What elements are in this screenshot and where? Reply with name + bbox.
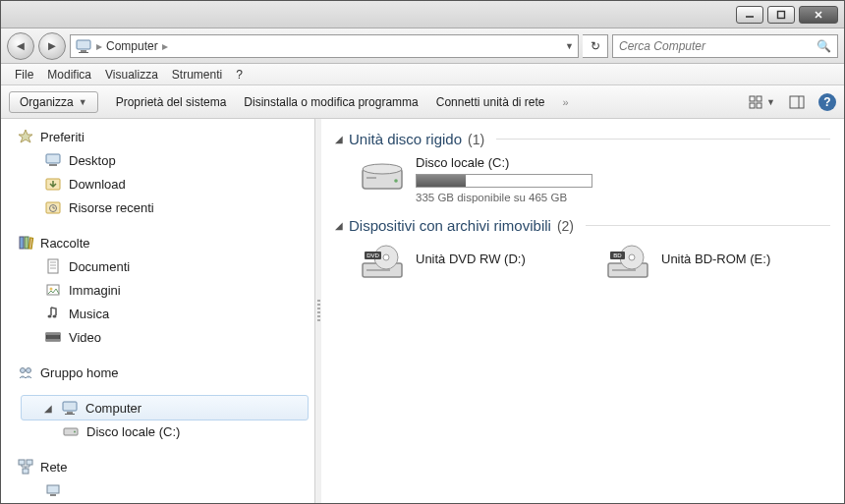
recent-icon <box>44 198 62 216</box>
svg-rect-9 <box>750 103 755 108</box>
titlebar <box>1 1 844 28</box>
homegroup-label: Gruppo home <box>40 365 119 380</box>
menu-bar: File Modifica Visualizza Strumenti ? <box>1 64 844 85</box>
svg-rect-32 <box>46 339 60 341</box>
svg-rect-14 <box>46 154 60 163</box>
sidebar-item-label: Immagini <box>69 283 121 298</box>
svg-rect-35 <box>63 402 77 411</box>
back-button[interactable]: ◄ <box>7 32 34 60</box>
drive-usage-bar <box>416 174 592 188</box>
uninstall-link[interactable]: Disinstalla o modifica programma <box>244 95 418 109</box>
menu-tools[interactable]: Strumenti <box>166 66 228 84</box>
hdd-icon <box>359 155 406 195</box>
svg-text:BD: BD <box>613 252 622 258</box>
network-group: Rete <box>11 455 314 502</box>
svg-text:DVD: DVD <box>366 252 379 258</box>
homegroup-icon <box>17 364 34 381</box>
favorites-group: Preferiti Desktop Download Risorse recen… <box>11 125 314 219</box>
sidebar-item-documents[interactable]: Documenti <box>11 254 314 278</box>
drive-name: Unità BD-ROM (E:) <box>661 252 811 266</box>
svg-rect-7 <box>750 96 755 101</box>
drive-bd-rom-e[interactable]: BD Unità BD-ROM (E:) <box>604 242 811 281</box>
sidebar-item-images[interactable]: Immagini <box>11 278 314 302</box>
sidebar-item-label: Desktop <box>69 153 116 168</box>
view-icon <box>748 94 763 110</box>
menu-view[interactable]: Visualizza <box>99 66 164 84</box>
maximize-button[interactable] <box>767 6 795 24</box>
favorites-header[interactable]: Preferiti <box>11 125 314 148</box>
svg-point-34 <box>27 368 31 373</box>
drive-name: Disco locale (C:) <box>416 155 614 170</box>
svg-point-29 <box>53 315 57 318</box>
close-button[interactable] <box>799 6 838 24</box>
navigation-pane: Preferiti Desktop Download Risorse recen… <box>1 119 315 503</box>
section-hdd-header[interactable]: ◢ Unità disco rigido (1) <box>335 131 830 147</box>
breadcrumb-computer[interactable]: Computer <box>106 39 158 53</box>
pc-icon <box>44 481 62 499</box>
sidebar-item-label: Documenti <box>69 259 130 274</box>
organize-label: Organizza <box>20 95 74 109</box>
sidebar-item-label: Risorse recenti <box>69 200 154 215</box>
map-network-drive-link[interactable]: Connetti unità di rete <box>436 95 545 109</box>
svg-rect-1 <box>778 11 785 18</box>
network-header[interactable]: Rete <box>11 455 314 478</box>
svg-rect-15 <box>49 164 57 166</box>
svg-rect-4 <box>77 40 90 49</box>
drive-dvd-rw-d[interactable]: DVD Unità DVD RW (D:) <box>359 242 565 281</box>
change-view-button[interactable]: ▼ <box>748 94 775 110</box>
minimize-button[interactable] <box>736 6 763 24</box>
section-divider <box>496 139 830 140</box>
svg-rect-21 <box>28 238 33 249</box>
sidebar-item-desktop[interactable]: Desktop <box>11 148 314 172</box>
sidebar-item-local-disk[interactable]: Disco locale (C:) <box>11 420 314 443</box>
help-button[interactable]: ? <box>818 93 836 111</box>
svg-point-58 <box>629 254 635 260</box>
system-properties-link[interactable]: Proprietà del sistema <box>116 95 227 109</box>
network-label: Rete <box>40 460 67 475</box>
disclosure-triangle-icon[interactable]: ◢ <box>44 403 52 414</box>
computer-icon <box>75 37 92 55</box>
sidebar-item-computer[interactable]: ◢ Computer <box>21 395 309 420</box>
toolbar-overflow[interactable]: » <box>563 96 569 108</box>
menu-file[interactable]: File <box>9 66 39 84</box>
sidebar-item-music[interactable]: Musica <box>11 302 314 325</box>
hdd-icon <box>62 422 80 440</box>
svg-rect-8 <box>757 96 761 101</box>
sidebar-item-recent[interactable]: Risorse recenti <box>11 196 314 219</box>
section-removable-header[interactable]: ◢ Dispositivi con archivi rimovibili (2) <box>335 217 830 234</box>
chevron-down-icon: ▼ <box>766 97 775 107</box>
homegroup-header[interactable]: Gruppo home <box>11 361 314 384</box>
address-dropdown-icon[interactable]: ▼ <box>565 41 574 51</box>
sidebar-item-label: Video <box>69 330 101 345</box>
search-box[interactable]: 🔍 <box>612 34 838 58</box>
svg-rect-41 <box>27 460 32 465</box>
music-icon <box>44 305 62 322</box>
svg-point-27 <box>50 288 53 291</box>
search-input[interactable] <box>619 39 817 53</box>
computer-group: ◢ Computer Disco locale (C:) <box>11 395 314 443</box>
sidebar-item-network-pc[interactable] <box>11 478 314 502</box>
sidebar-item-video[interactable]: Video <box>11 325 314 349</box>
svg-point-46 <box>363 164 402 174</box>
drive-free-text: 335 GB disponibile su 465 GB <box>416 192 614 203</box>
preview-pane-button[interactable] <box>789 94 805 110</box>
address-bar[interactable]: ▸ Computer ▸ ▼ <box>70 34 579 58</box>
drive-local-disk-c[interactable]: Disco locale (C:) 335 GB disponibile su … <box>359 155 614 203</box>
optical-drive-icon: BD <box>604 242 651 281</box>
libraries-header[interactable]: Raccolte <box>11 231 314 254</box>
refresh-button[interactable]: ↻ <box>583 34 608 58</box>
nav-bar: ◄ ► ▸ Computer ▸ ▼ ↻ 🔍 <box>1 28 844 64</box>
sidebar-item-download[interactable]: Download <box>11 172 314 196</box>
svg-rect-44 <box>50 494 56 496</box>
libraries-group: Raccolte Documenti Immagini Musica Video <box>11 231 314 349</box>
section-title: Unità disco rigido <box>349 131 462 147</box>
documents-icon <box>44 257 62 275</box>
menu-help[interactable]: ? <box>230 66 249 84</box>
menu-modify[interactable]: Modifica <box>41 66 97 84</box>
forward-button[interactable]: ► <box>38 32 66 60</box>
favorites-label: Preferiti <box>40 130 84 144</box>
organize-button[interactable]: Organizza ▼ <box>9 91 98 113</box>
disclosure-triangle-icon: ◢ <box>335 220 343 231</box>
sidebar-item-label: Download <box>69 177 126 192</box>
star-icon <box>17 128 34 145</box>
